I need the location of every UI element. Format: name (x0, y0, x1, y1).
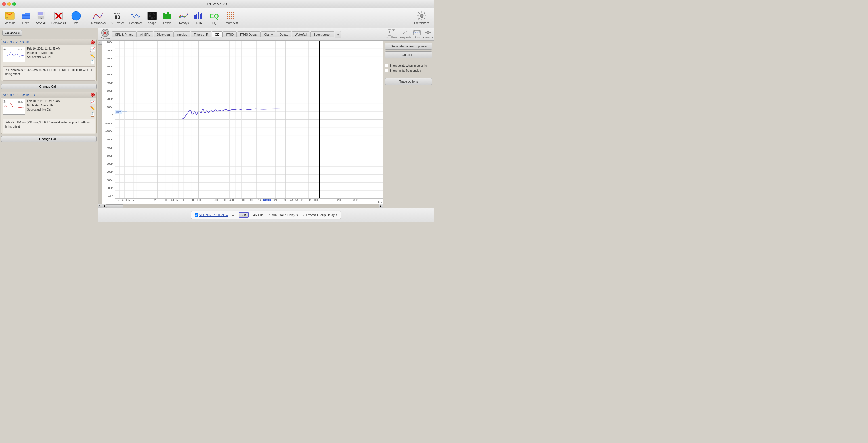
scroll-up-arrow[interactable]: ▲ (98, 40, 102, 44)
scroll-thumb-h[interactable] (106, 204, 123, 208)
measure-icon: ☀ (5, 11, 15, 21)
preferences-button[interactable]: Preferences (412, 10, 432, 26)
status-meas-check[interactable] (195, 213, 198, 217)
save-all-button[interactable]: Save All (34, 10, 49, 26)
svg-rect-27 (227, 13, 228, 15)
svg-rect-33 (231, 15, 232, 17)
scrollbars-ctrl[interactable]: Scrollbars (386, 29, 397, 39)
room-sim-icon (226, 11, 237, 21)
show-modal-checkbox[interactable] (385, 69, 388, 72)
meas-mic-2: Mic/Meter: No cal file (27, 103, 88, 107)
open-button[interactable]: Open (19, 10, 33, 26)
meas-mic-1: Mic/Meter: No cal file (27, 51, 88, 55)
meas-action-graph-1[interactable]: 📈 (89, 46, 95, 52)
capture-button[interactable]: Capture (99, 28, 112, 40)
tab-waterfall[interactable]: Waterfall (291, 32, 310, 37)
capture-icon (101, 29, 109, 37)
tab-clarity[interactable]: Clarity (261, 32, 276, 37)
meas-action-copy-2[interactable]: 📋 (89, 111, 95, 117)
remove-all-button[interactable]: Remove All (49, 10, 68, 26)
spl-meter-button[interactable]: dB SPL 83 SPL Meter (108, 10, 126, 26)
tab-rt60-decay[interactable]: RT60 Decay (237, 32, 260, 37)
scroll-track-v[interactable] (98, 44, 102, 204)
tab-rt60[interactable]: RT60 (223, 32, 237, 37)
tab-more-button[interactable]: » (335, 31, 341, 38)
eq-button[interactable]: EQ EQ (207, 10, 222, 26)
collapse-button[interactable]: Collapse « (2, 30, 22, 36)
ir-windows-button[interactable]: IR Windows (88, 10, 108, 26)
meas-title-2[interactable]: VOL 90- Ph 103dB – Dir (3, 93, 37, 96)
y-axis-label: –300m (102, 138, 114, 141)
measurement-card-1: VOL 90- Ph 103dB – ✕ 1 20 20.0k Feb 10, … (1, 39, 96, 81)
meas-close-1[interactable]: ✕ (91, 40, 95, 44)
overlays-button[interactable]: Overlays (176, 10, 191, 26)
y-axis-label: –100m (102, 122, 114, 125)
svg-line-47 (424, 12, 425, 13)
close-button[interactable] (2, 2, 6, 6)
limits-ctrl[interactable]: Limits (413, 29, 421, 39)
scroll-down-arrow[interactable]: ▼ (98, 204, 102, 208)
svg-text:20.0k: 20.0k (18, 48, 23, 50)
tab-decay[interactable]: Decay (276, 32, 291, 37)
tab-gd[interactable]: GD (212, 32, 223, 37)
trace-options-button[interactable]: Trace options (385, 78, 432, 85)
toolbar-left-group: ☀ Measure Open S (2, 10, 84, 26)
y-axis-label: –700m (102, 171, 114, 173)
controls-ctrl[interactable]: Controls (423, 29, 433, 39)
scope-button[interactable]: Scope (145, 10, 159, 26)
tab-impulse[interactable]: Impulse (174, 32, 191, 37)
measure-button[interactable]: ☀ Measure (2, 10, 18, 26)
horizontal-scrollbar[interactable]: ◀ ▶ (102, 204, 383, 208)
y-axis-label: 0 (102, 114, 114, 116)
tab-all-spl[interactable]: All SPL (137, 32, 153, 37)
meas-action-graph-2[interactable]: 📈 (89, 99, 95, 105)
change-cal-button-1[interactable]: Change Cal... (1, 84, 96, 89)
svg-rect-38 (233, 18, 235, 19)
meas-action-edit-1[interactable]: ✏️ (89, 53, 95, 59)
x-label-2k: 2k (274, 199, 277, 201)
x-label-3k: 3k (284, 199, 286, 201)
scroll-right-arrow[interactable]: ▶ (379, 204, 383, 208)
status-card: VOL 90- Ph 103dB – – 1/48 46.4 us ✓ Min … (191, 211, 341, 219)
scrollbars-icon (388, 29, 395, 36)
generate-min-phase-button[interactable]: Generate minimum phase (385, 43, 432, 49)
tab-spl-phase[interactable]: SPL & Phase (112, 32, 136, 37)
status-value: 46.4 us (253, 213, 264, 217)
info-button[interactable]: i Info (69, 10, 84, 26)
tab-filtered-ir[interactable]: Filtered IR (191, 32, 212, 37)
svg-rect-16 (169, 13, 170, 19)
scroll-left-arrow[interactable]: ◀ (102, 204, 106, 208)
svg-point-40 (421, 15, 423, 17)
scroll-track-h[interactable] (106, 204, 379, 208)
tab-spectrogram[interactable]: Spectrogram (310, 32, 334, 37)
room-sim-button[interactable]: Room Sim (222, 10, 240, 26)
meas-title-1[interactable]: VOL 90- Ph 103dB – (3, 40, 32, 44)
meas-action-edit-2[interactable]: ✏️ (89, 105, 95, 111)
change-cal-button-2[interactable]: Change Cal... (1, 136, 96, 142)
meas-date-2: Feb 10, 2021 11:39:23 AM (27, 99, 88, 103)
x-label-10: 10 (138, 199, 141, 201)
tab-distortion[interactable]: Distortion (154, 32, 173, 37)
offset-t0-button[interactable]: Offset t=0 (385, 51, 432, 58)
minimize-button[interactable] (7, 2, 11, 6)
freq-axis-icon (401, 29, 409, 36)
vertical-scrollbar[interactable]: ▲ ▼ (98, 40, 102, 208)
levels-button[interactable]: Levels (160, 10, 175, 26)
x-label-30: 30 (164, 199, 166, 201)
show-points-zoomed-checkbox[interactable] (385, 64, 388, 67)
fraction-button[interactable]: 1/48 (239, 212, 249, 217)
meas-close-2[interactable]: ✕ (91, 93, 95, 97)
svg-rect-35 (227, 18, 228, 19)
open-icon (21, 11, 31, 21)
meas-num-2: 2 (3, 100, 5, 103)
maximize-button[interactable] (12, 2, 16, 6)
meas-delay-1: Delay 58.5606 ms (20.086 m, 65 ft 11 in)… (3, 66, 95, 80)
generator-button[interactable]: Generator (127, 10, 144, 26)
info-icon: i (71, 11, 81, 21)
khz-label: kHz (378, 201, 383, 204)
open-label: Open (23, 22, 29, 25)
freq-axis-ctrl[interactable]: Freq. Axis (399, 29, 411, 39)
rta-button[interactable]: RTA (192, 10, 206, 26)
meas-action-copy-1[interactable]: 📋 (89, 59, 95, 65)
main-layout: Collapse « VOL 90- Ph 103dB – ✕ 1 20 20.… (0, 28, 434, 222)
